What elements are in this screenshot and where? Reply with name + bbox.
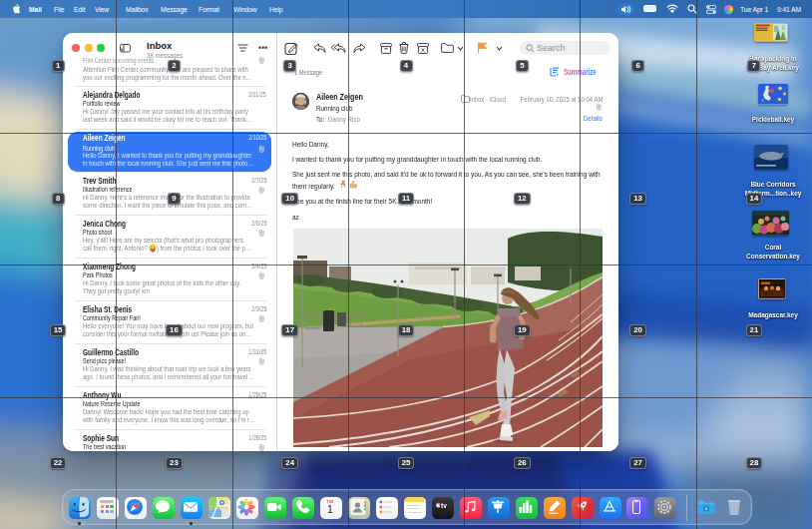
svg-text:tv: tv xyxy=(441,502,447,509)
